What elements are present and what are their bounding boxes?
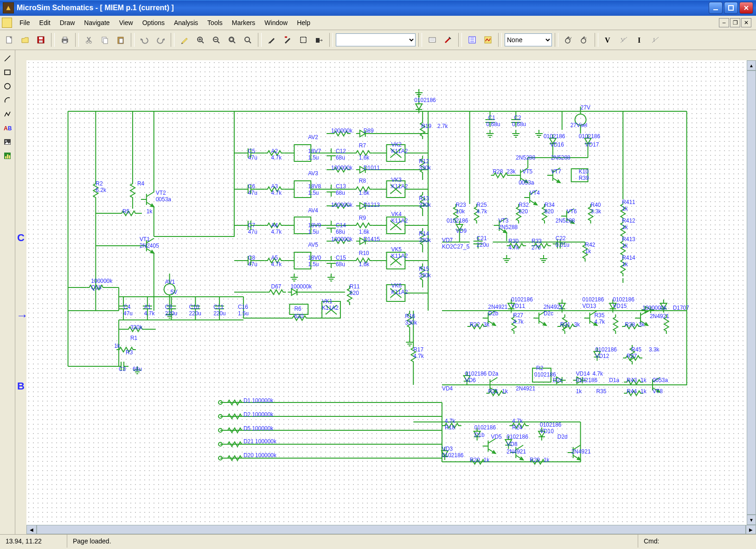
mdi-close-button[interactable]: ✕ [741, 18, 751, 27]
menu-window[interactable]: Window [260, 17, 292, 28]
save-button[interactable] [33, 32, 48, 47]
svg-text:100000k: 100000k [290, 283, 312, 290]
get-part-button[interactable] [312, 32, 327, 47]
undo-button[interactable] [137, 32, 152, 47]
svg-rect-5 [39, 40, 43, 43]
svg-text:C11: C11 [213, 304, 224, 310]
setup-analysis-button[interactable] [465, 32, 480, 47]
draw-wire-button[interactable] [264, 32, 279, 47]
edit-attributes-button[interactable] [425, 32, 440, 47]
draw-circle-icon[interactable] [1, 80, 14, 93]
svg-text:VT1: VT1 [140, 236, 150, 243]
menu-draw[interactable]: Draw [55, 17, 80, 28]
window-title: MicroSim Schematics - [ MIEM p.1 (curren… [17, 4, 709, 12]
voltage-marker-button[interactable]: V [561, 32, 576, 47]
mdi-minimize-button[interactable]: – [719, 18, 729, 27]
redo-button[interactable] [153, 32, 168, 47]
draw-rect-icon[interactable] [1, 66, 14, 79]
menu-edit[interactable]: Edit [35, 17, 55, 28]
draw-bus-button[interactable] [280, 32, 295, 47]
paste-button[interactable] [113, 32, 128, 47]
svg-text:R8: R8 [359, 178, 366, 184]
svg-text:R40: R40 [591, 202, 601, 208]
toggle-current-display-button[interactable]: I [648, 32, 663, 47]
svg-text:18V8: 18V8 [308, 183, 321, 190]
enable-current-display-button[interactable]: I [633, 32, 647, 47]
enable-voltage-display-button[interactable]: V [601, 32, 616, 47]
svg-text:R35: R35 [596, 388, 606, 395]
schematic-canvas[interactable]: 0102186R26.2kR4VT20053aR51kVT12N24051000… [26, 60, 747, 525]
scroll-down-icon[interactable]: ▼ [747, 515, 756, 525]
scroll-thumb-v[interactable] [747, 70, 756, 515]
svg-text:1k: 1k [544, 457, 550, 463]
scrollbar-horizontal[interactable]: ◀ ▶ [26, 525, 756, 534]
menu-options[interactable]: Options [138, 17, 169, 28]
menu-view[interactable]: View [115, 17, 138, 28]
svg-text:R414: R414 [622, 255, 635, 261]
status-coordinates: 13.94, 11.22 [0, 535, 67, 548]
ruler-horizontal [26, 50, 747, 61]
draw-line-icon[interactable] [1, 52, 14, 65]
menu-analysis[interactable]: Analysis [169, 17, 203, 28]
zoom-fit-button[interactable] [240, 32, 255, 47]
svg-text:0102186: 0102186 [465, 370, 487, 377]
menu-navigate[interactable]: Navigate [79, 17, 114, 28]
scrollbar-vertical[interactable]: ▲ ▼ [747, 60, 756, 525]
svg-text:R28: R28 [493, 168, 503, 175]
close-button[interactable] [739, 2, 753, 14]
svg-text:27Vsel: 27Vsel [570, 122, 588, 128]
svg-text:4.7k: 4.7k [413, 353, 424, 359]
current-marker-button[interactable]: I [577, 32, 592, 47]
insert-picture-icon[interactable] [1, 135, 14, 148]
open-button[interactable] [18, 32, 32, 47]
new-button[interactable] [2, 32, 17, 47]
svg-text:I: I [653, 36, 655, 43]
menu-tools[interactable]: Tools [203, 17, 227, 28]
svg-text:1k: 1k [622, 261, 628, 268]
cut-button[interactable] [82, 32, 96, 47]
menu-markers[interactable]: Markers [227, 17, 260, 28]
svg-text:AV3: AV3 [308, 170, 318, 177]
scroll-right-icon[interactable]: ▶ [746, 525, 756, 534]
mdi-restore-button[interactable]: ❐ [730, 18, 740, 27]
print-button[interactable] [58, 32, 72, 47]
svg-rect-20 [301, 37, 306, 43]
titlebar: MicroSim Schematics - [ MIEM p.1 (curren… [0, 0, 756, 16]
part-name-combobox[interactable] [336, 33, 416, 46]
svg-text:R2: R2 [96, 180, 103, 187]
svg-text:1k: 1k [502, 388, 508, 395]
svg-text:VD15: VD15 [613, 303, 627, 309]
zoom-in-button[interactable] [193, 32, 208, 47]
svg-text:VD9: VD9 [456, 228, 467, 234]
maximize-button[interactable] [724, 2, 738, 14]
scroll-left-icon[interactable]: ◀ [26, 525, 37, 534]
simulate-button[interactable] [481, 32, 495, 47]
status-cmd-label: Cmd: [638, 535, 756, 548]
menu-help[interactable]: Help [292, 17, 315, 28]
svg-text:0102186: 0102186 [595, 346, 617, 353]
edit-symbol-button[interactable] [441, 32, 455, 47]
zoom-out-button[interactable] [209, 32, 224, 47]
scroll-thumb-h[interactable] [37, 525, 746, 534]
insert-chart-icon[interactable] [1, 149, 14, 162]
svg-text:1.6k: 1.6k [359, 154, 370, 161]
toggle-voltage-display-button[interactable]: V [617, 32, 632, 47]
draw-text-icon[interactable]: AB [1, 121, 14, 134]
svg-text:0102186: 0102186 [579, 133, 601, 140]
menu-file[interactable]: File [15, 17, 35, 28]
draw-polyline-icon[interactable] [1, 108, 14, 121]
toolbar: None V I V V I I [0, 30, 756, 50]
redraw-button[interactable] [177, 32, 192, 47]
svg-text:0102186: 0102186 [474, 424, 496, 431]
svg-text:C15: C15 [336, 255, 346, 261]
marker-style-combobox[interactable]: None [505, 33, 552, 46]
svg-text:4.7k: 4.7k [512, 418, 523, 424]
zoom-area-button[interactable] [224, 32, 239, 47]
draw-block-button[interactable] [296, 32, 311, 47]
svg-text:D1 100000k: D1 100000k [243, 397, 273, 404]
draw-arc-icon[interactable] [1, 94, 14, 107]
minimize-button[interactable] [709, 2, 723, 14]
copy-button[interactable] [97, 32, 112, 47]
scroll-up-icon[interactable]: ▲ [747, 60, 756, 70]
svg-text:C13: C13 [336, 183, 346, 190]
